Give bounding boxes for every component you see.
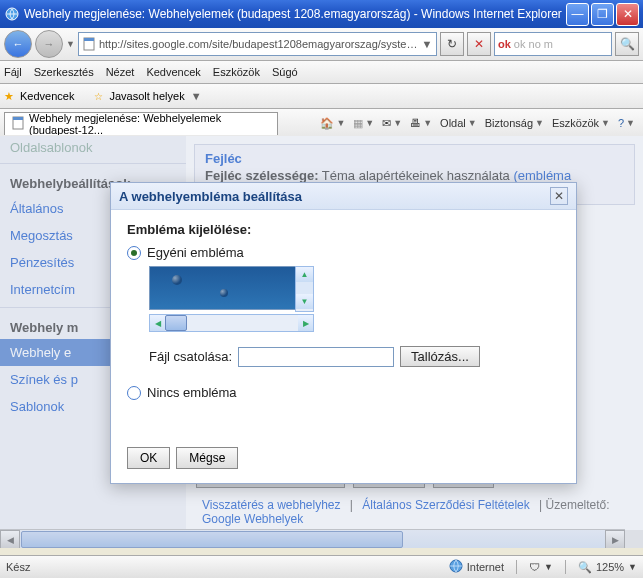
window-titlebar: Webhely megjelenése: Webhelyelemek (buda… bbox=[0, 0, 643, 28]
preview-scroll-right-icon[interactable]: ▶ bbox=[298, 315, 313, 331]
preview-scroll-left-icon[interactable]: ◀ bbox=[150, 315, 165, 331]
feeds-button[interactable]: ▦▼ bbox=[349, 117, 378, 130]
protected-mode-indicator[interactable]: 🛡 ▼ bbox=[529, 561, 553, 573]
menu-tools[interactable]: Eszközök bbox=[213, 66, 260, 78]
attach-file-row: Fájl csatolása: Tallózás... bbox=[149, 346, 560, 367]
dialog-footer: OK Mégse bbox=[127, 447, 238, 469]
zoom-control[interactable]: 🔍 125% ▼ bbox=[578, 561, 637, 574]
minimize-button[interactable]: — bbox=[566, 3, 589, 26]
logo-settings-dialog: A webhelyembléma beállítása ✕ Embléma ki… bbox=[110, 182, 577, 484]
close-window-button[interactable]: ✕ bbox=[616, 3, 639, 26]
safety-menu[interactable]: Biztonság▼ bbox=[481, 117, 548, 129]
menu-help[interactable]: Súgó bbox=[272, 66, 298, 78]
menu-view[interactable]: Nézet bbox=[106, 66, 135, 78]
search-placeholder: ok no m bbox=[514, 38, 608, 50]
preview-scroll-down-icon[interactable]: ▼ bbox=[296, 294, 313, 309]
suggested-star-icon: ☆ bbox=[94, 91, 103, 102]
option-custom-label: Egyéni embléma bbox=[147, 245, 244, 260]
tab-strip: Webhely megjelenése: Webhelyelemek (buda… bbox=[0, 109, 643, 138]
suggested-sites-button[interactable]: Javasolt helyek bbox=[109, 90, 184, 102]
tab-page-icon bbox=[11, 116, 25, 132]
window-title: Webhely megjelenése: Webhelyelemek (buda… bbox=[24, 7, 566, 21]
zone-label: Internet bbox=[467, 561, 504, 573]
dialog-body: Embléma kijelölése: Egyéni embléma ▲ ▼ ◀… bbox=[111, 210, 576, 416]
preview-vertical-scrollbar[interactable]: ▲ ▼ bbox=[295, 266, 314, 312]
menu-file[interactable]: Fájl bbox=[4, 66, 22, 78]
address-url: http://sites.google.com/site/budapest120… bbox=[99, 38, 420, 50]
security-zone[interactable]: Internet bbox=[449, 559, 504, 575]
document-tab[interactable]: Webhely megjelenése: Webhelyelemek (buda… bbox=[4, 112, 278, 135]
dialog-title: A webhelyembléma beállítása bbox=[119, 189, 550, 204]
navigation-toolbar: ← → ▼ http://sites.google.com/site/budap… bbox=[0, 28, 643, 61]
preview-horizontal-scrollbar[interactable]: ◀ ▶ bbox=[149, 314, 314, 332]
search-button[interactable]: 🔍 bbox=[615, 32, 639, 56]
forward-button[interactable]: → bbox=[35, 30, 63, 58]
svg-rect-4 bbox=[13, 117, 23, 120]
page-menu[interactable]: Oldal▼ bbox=[436, 117, 481, 129]
back-button[interactable]: ← bbox=[4, 30, 32, 58]
maximize-button[interactable]: ❐ bbox=[591, 3, 614, 26]
option-custom-logo[interactable]: Egyéni embléma bbox=[127, 245, 560, 260]
option-no-logo[interactable]: Nincs embléma bbox=[127, 385, 560, 400]
ok-button[interactable]: OK bbox=[127, 447, 170, 469]
print-button[interactable]: 🖶▼ bbox=[406, 117, 436, 129]
menu-edit[interactable]: Szerkesztés bbox=[34, 66, 94, 78]
globe-icon bbox=[449, 559, 463, 575]
suggested-drop-icon[interactable]: ▼ bbox=[191, 90, 205, 102]
help-button[interactable]: ?▼ bbox=[614, 117, 639, 129]
mail-icon: ✉ bbox=[382, 117, 391, 130]
help-icon: ? bbox=[618, 117, 624, 129]
favorites-bar: ★ Kedvencek ☆ Javasolt helyek ▼ bbox=[0, 84, 643, 109]
svg-rect-2 bbox=[84, 38, 94, 41]
search-provider-icon: ok bbox=[498, 38, 511, 50]
status-ready: Kész bbox=[6, 561, 30, 573]
feed-icon: ▦ bbox=[353, 117, 363, 130]
chevron-down-icon: ▼ bbox=[336, 118, 345, 128]
preview-scroll-thumb[interactable] bbox=[165, 315, 187, 331]
select-logo-label: Embléma kijelölése: bbox=[127, 222, 560, 237]
radio-none-icon[interactable] bbox=[127, 386, 141, 400]
preview-scroll-up-icon[interactable]: ▲ bbox=[296, 267, 313, 282]
refresh-button[interactable]: ↻ bbox=[440, 32, 464, 56]
browse-button[interactable]: Tallózás... bbox=[400, 346, 480, 367]
radio-custom-icon[interactable] bbox=[127, 246, 141, 260]
address-bar[interactable]: http://sites.google.com/site/budapest120… bbox=[78, 32, 437, 56]
favorites-star-icon[interactable]: ★ bbox=[4, 90, 14, 103]
page-icon bbox=[81, 36, 97, 52]
attach-file-input[interactable] bbox=[238, 347, 394, 367]
menu-favorites[interactable]: Kedvencek bbox=[146, 66, 200, 78]
tab-label: Webhely megjelenése: Webhelyelemek (buda… bbox=[29, 112, 271, 135]
home-button[interactable]: 🏠▼ bbox=[316, 117, 349, 130]
address-drop-icon[interactable]: ▼ bbox=[420, 38, 434, 50]
zoom-value: 125% bbox=[596, 561, 624, 573]
nav-drop-icon[interactable]: ▼ bbox=[66, 39, 75, 49]
zoom-icon: 🔍 bbox=[578, 561, 592, 574]
attach-file-label: Fájl csatolása: bbox=[149, 349, 232, 364]
print-icon: 🖶 bbox=[410, 117, 421, 129]
ie-icon bbox=[4, 6, 20, 22]
home-icon: 🏠 bbox=[320, 117, 334, 130]
search-box[interactable]: ok ok no m bbox=[494, 32, 612, 56]
favorites-button[interactable]: Kedvencek bbox=[20, 90, 74, 102]
tools-menu[interactable]: Eszközök▼ bbox=[548, 117, 614, 129]
status-bar: Kész Internet 🛡 ▼ 🔍 125% ▼ bbox=[0, 555, 643, 578]
dialog-close-button[interactable]: ✕ bbox=[550, 187, 568, 205]
mail-button[interactable]: ✉▼ bbox=[378, 117, 406, 130]
menu-bar: Fájl Szerkesztés Nézet Kedvencek Eszközö… bbox=[0, 61, 643, 84]
logo-preview-image: ▲ ▼ bbox=[149, 266, 297, 310]
stop-button[interactable]: ✕ bbox=[467, 32, 491, 56]
dialog-header: A webhelyembléma beállítása ✕ bbox=[111, 183, 576, 210]
shield-icon: 🛡 bbox=[529, 561, 540, 573]
option-none-label: Nincs embléma bbox=[147, 385, 237, 400]
cancel-button[interactable]: Mégse bbox=[176, 447, 238, 469]
